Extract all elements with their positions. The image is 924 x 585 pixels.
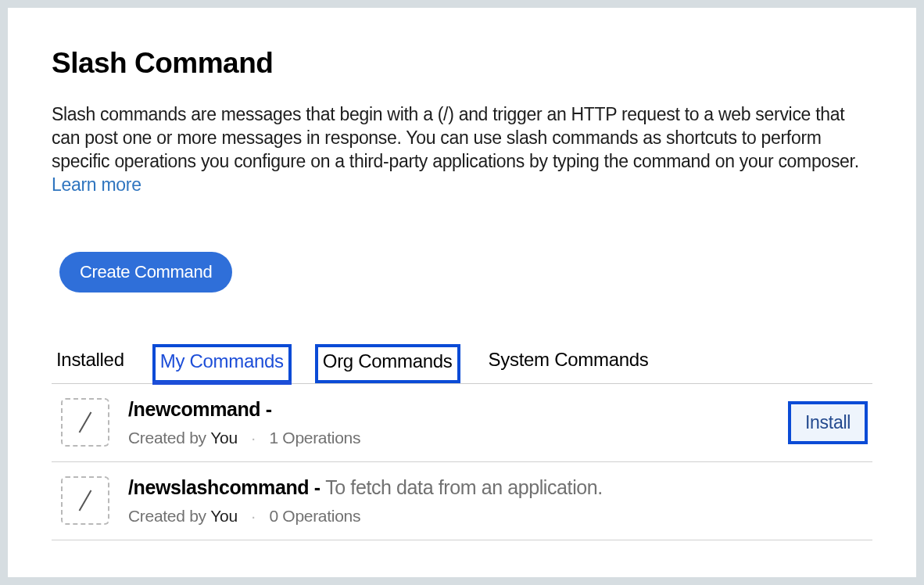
create-command-button[interactable]: Create Command <box>59 252 232 292</box>
list-item-body: /newcommand - Created by You · 1 Operati… <box>128 398 769 447</box>
tab-org-commands[interactable]: Org Commands <box>315 344 460 383</box>
settings-panel: Slash Command Slash commands are message… <box>8 8 916 577</box>
list-item[interactable]: /newcommand - Created by You · 1 Operati… <box>52 384 872 462</box>
slash-icon <box>61 398 109 447</box>
command-description: To fetch data from an application. <box>325 476 603 498</box>
tab-installed[interactable]: Installed <box>52 346 129 383</box>
learn-more-link[interactable]: Learn more <box>52 174 141 195</box>
list-item[interactable]: /newslashcommand - To fetch data from an… <box>52 462 872 540</box>
command-name: /newslashcommand - To fetch data from an… <box>128 476 872 499</box>
command-meta: Created by You · 0 Operations <box>128 507 872 526</box>
description-text: Slash commands are messages that begin w… <box>52 104 859 171</box>
tab-system-commands[interactable]: System Commands <box>484 346 654 383</box>
tab-my-commands[interactable]: My Commands <box>152 344 292 383</box>
tabs: Installed My Commands Org Commands Syste… <box>52 344 872 384</box>
command-name: /newcommand - <box>128 398 769 421</box>
slash-icon <box>61 476 109 525</box>
install-button[interactable]: Install <box>788 401 868 444</box>
command-meta: Created by You · 1 Operations <box>128 429 769 447</box>
page-description: Slash commands are messages that begin w… <box>52 103 872 197</box>
commands-list: /newcommand - Created by You · 1 Operati… <box>52 384 872 540</box>
list-item-body: /newslashcommand - To fetch data from an… <box>128 476 872 526</box>
page-title: Slash Command <box>52 47 872 80</box>
